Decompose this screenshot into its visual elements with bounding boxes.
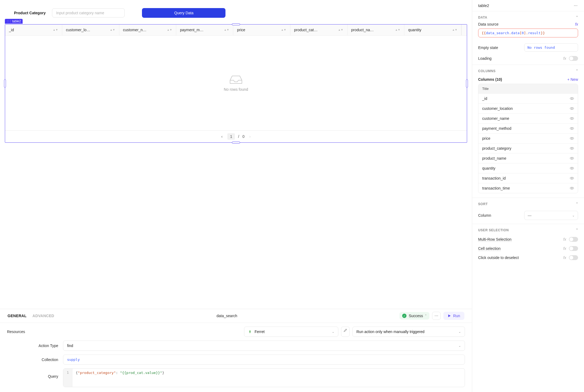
page-total: 0 [242,134,245,139]
table-col-header[interactable]: _id▲▼ [5,24,62,35]
loading-toggle[interactable] [569,56,578,61]
trigger-select[interactable]: Run action only when manually triggered … [352,327,465,337]
table-col-header[interactable]: product_cat…▲▼ [290,24,347,35]
svg-point-3 [571,128,572,129]
table-col-header[interactable]: product_na…▲▼ [347,24,405,35]
table-col-header[interactable]: quantity▲▼ [404,24,461,35]
chevron-down-icon: ⌄ [458,330,461,334]
status-pill[interactable]: ✓ Success ˄ [399,312,429,320]
sort-icon[interactable]: ▲▼ [395,29,400,31]
column-item[interactable]: customer_location [478,103,578,113]
action-type-select[interactable]: find ⌄ [63,341,465,351]
chevron-up-icon[interactable]: ˄ [576,202,578,206]
more-actions-button[interactable]: ⋯ [432,312,441,320]
run-button[interactable]: Run [443,312,464,320]
resource-select[interactable]: Ferret ⌄ [244,327,338,337]
component-tag[interactable]: ⋮⋮ table2 [5,19,23,24]
column-item[interactable]: payment_method [478,123,578,133]
fx-button[interactable]: fx [563,246,566,251]
eye-icon[interactable] [570,146,574,150]
column-item-label: product_category [482,146,511,150]
table-frame[interactable]: _id▲▼ customer_lo…▲▼ customer_n…▲▼ payme… [5,24,467,143]
resize-handle-left[interactable] [4,79,6,88]
sort-icon[interactable]: ▲▼ [167,29,172,31]
gutter-line: 1 [67,371,69,374]
edit-resource-button[interactable] [341,327,350,337]
eye-icon[interactable] [570,116,574,121]
sort-icon[interactable]: ▲▼ [452,29,457,31]
sort-column-value: — [528,213,531,218]
column-item-label: transaction_id [482,176,506,180]
empty-message: No rows found [224,87,248,92]
sort-icon[interactable]: ▲▼ [281,29,286,31]
columns-count-label: Columns (10) [478,77,502,82]
resize-handle-right[interactable] [466,79,468,88]
table-col-header[interactable]: customer_n…▲▼ [119,24,176,35]
query-data-button[interactable]: Query Data [142,8,225,18]
new-column-button[interactable]: + New [567,77,578,82]
chevron-up-icon[interactable]: ˄ [576,228,578,232]
column-item[interactable]: quantity [478,163,578,173]
column-item-label: price [482,136,490,141]
tab-general[interactable]: GENERAL [8,314,27,318]
resize-handle-top[interactable] [232,23,240,25]
data-source-input[interactable]: {{data_search.data[0].result}} [478,29,578,37]
component-tag-label: table2 [12,19,21,23]
fx-button[interactable]: fx [575,22,578,26]
eye-icon[interactable] [570,156,574,160]
eye-icon[interactable] [570,136,574,141]
sort-icon[interactable]: ▲▼ [110,29,115,31]
inspector-more-button[interactable]: ⋯ [574,4,578,8]
tab-advanced[interactable]: ADVANCED [33,314,54,318]
column-item[interactable]: _id [478,93,578,103]
empty-state-input[interactable]: No rows found [524,43,578,52]
sort-column-select[interactable]: — ⌄ [524,211,578,220]
chevron-up-icon[interactable]: ˄ [576,16,578,19]
column-item[interactable]: transaction_id [478,173,578,183]
column-item[interactable]: customer_name [478,113,578,123]
column-item[interactable]: price [478,133,578,143]
column-item[interactable]: product_category [478,143,578,153]
query-editor[interactable]: 1 {"product_category": "{{prod_cat.value… [63,368,465,387]
query-body[interactable]: {"product_category": "{{prod_cat.value}}… [72,369,465,387]
sort-icon[interactable]: ▲▼ [224,29,229,31]
eye-icon[interactable] [570,176,574,180]
success-icon: ✓ [402,314,406,318]
column-item[interactable]: product_name [478,153,578,163]
eye-icon[interactable] [570,166,574,170]
table-col-header[interactable]: customer_lo…▲▼ [62,24,119,35]
resize-handle-bottom[interactable] [232,142,240,144]
chevron-up-icon[interactable]: ˄ [576,69,578,73]
eye-icon[interactable] [570,106,574,111]
page-next-button[interactable]: › [248,133,252,140]
fx-button[interactable]: fx [563,56,566,61]
collection-input[interactable]: supply [63,355,465,365]
drag-handle-icon[interactable]: ⋮⋮ [6,20,11,23]
column-item-label: transaction_time [482,186,510,190]
click-outside-toggle[interactable] [569,255,578,260]
page-prev-button[interactable]: ‹ [220,133,224,140]
multi-row-toggle[interactable] [569,237,578,242]
column-item[interactable]: transaction_time [478,183,578,193]
loading-label: Loading [478,56,492,61]
columns-list-header: Title [478,84,578,93]
eye-icon[interactable] [570,126,574,131]
eye-icon[interactable] [570,186,574,190]
sort-icon[interactable]: ▲▼ [53,29,58,31]
chevron-down-icon: ⌄ [332,330,334,334]
query-row: Product Category Query Data [3,5,469,24]
cell-selection-toggle[interactable] [569,246,578,251]
table-col-header[interactable]: payment_m…▲▼ [176,24,233,35]
fx-button[interactable]: fx [563,256,566,260]
cell-selection-label: Cell selection [478,246,500,251]
fx-button[interactable]: fx [563,237,566,242]
product-category-input[interactable] [52,8,125,18]
table-col-header[interactable]: price▲▼ [233,24,290,35]
eye-icon[interactable] [570,96,574,101]
svg-point-4 [571,138,572,139]
inspector-panel: table2 ⋯ DATA ˄ Data source fx {{data_se… [472,0,584,392]
sort-icon[interactable]: ▲▼ [338,29,343,31]
svg-point-0 [571,98,572,99]
svg-point-2 [571,118,572,119]
play-icon [448,314,451,317]
